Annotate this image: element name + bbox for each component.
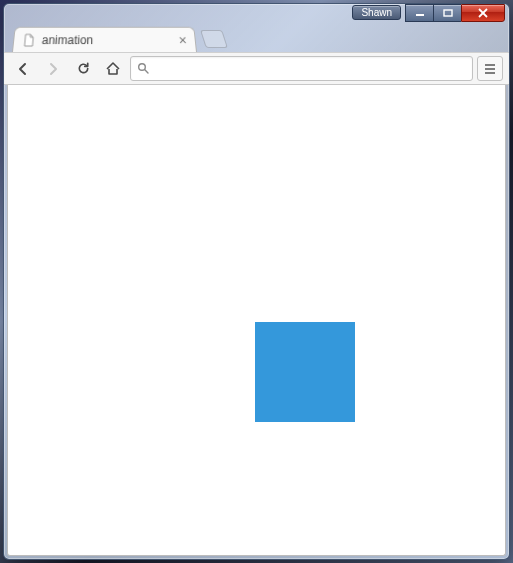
tab-strip: animation × bbox=[4, 24, 509, 52]
back-button[interactable] bbox=[10, 56, 36, 82]
tab-close-icon[interactable]: × bbox=[178, 33, 187, 47]
back-arrow-icon bbox=[15, 61, 31, 77]
close-button[interactable] bbox=[461, 4, 505, 22]
minimize-icon bbox=[415, 9, 425, 17]
minimize-button[interactable] bbox=[405, 4, 433, 22]
tab-title: animation bbox=[41, 33, 173, 47]
reload-button[interactable] bbox=[70, 56, 96, 82]
user-label: Shawn bbox=[361, 7, 392, 18]
browser-toolbar bbox=[4, 52, 509, 85]
close-icon bbox=[477, 8, 489, 18]
maximize-icon bbox=[443, 9, 453, 17]
window-buttons bbox=[405, 4, 505, 22]
animated-square bbox=[255, 322, 355, 422]
home-button[interactable] bbox=[100, 56, 126, 82]
address-input[interactable] bbox=[155, 61, 466, 76]
hamburger-icon bbox=[483, 63, 497, 75]
menu-button[interactable] bbox=[477, 56, 503, 81]
svg-rect-1 bbox=[444, 10, 452, 16]
reload-icon bbox=[76, 61, 91, 76]
page-content bbox=[7, 85, 506, 556]
user-chip[interactable]: Shawn bbox=[352, 5, 401, 20]
address-bar[interactable] bbox=[130, 56, 473, 81]
search-icon bbox=[137, 60, 149, 78]
file-icon bbox=[22, 33, 37, 47]
browser-tab[interactable]: animation × bbox=[12, 27, 197, 52]
new-tab-button[interactable] bbox=[200, 30, 228, 48]
svg-rect-0 bbox=[416, 14, 424, 16]
forward-button[interactable] bbox=[40, 56, 66, 82]
forward-arrow-icon bbox=[45, 61, 61, 77]
home-icon bbox=[105, 61, 121, 77]
desktop-backdrop: Shawn bbox=[0, 0, 513, 563]
maximize-button[interactable] bbox=[433, 4, 461, 22]
window-titlebar[interactable]: Shawn bbox=[4, 4, 509, 24]
svg-line-5 bbox=[145, 69, 148, 72]
browser-window: Shawn bbox=[3, 3, 510, 560]
